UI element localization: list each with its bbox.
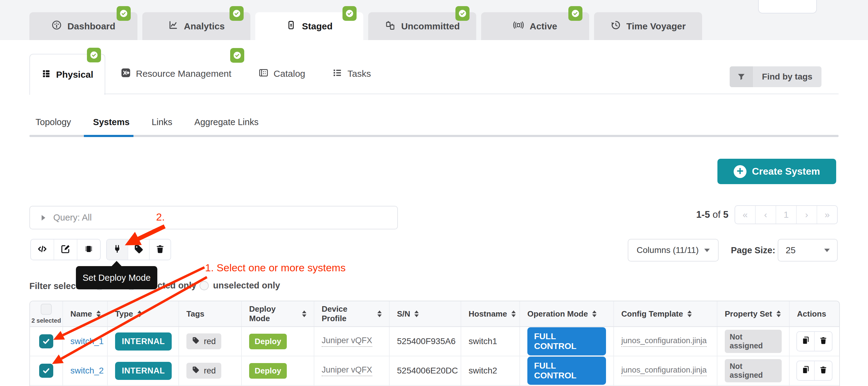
tab-label: Resource Management (136, 68, 231, 79)
config-template-link[interactable]: junos_configuration.jinja (621, 336, 707, 347)
graph-query-button[interactable] (31, 239, 54, 260)
sort-icon (137, 311, 142, 317)
delete-button[interactable] (150, 239, 170, 260)
sort-icon (512, 311, 516, 317)
system-name-link[interactable]: switch_1 (70, 336, 104, 346)
tab-analytics[interactable]: Analytics (142, 12, 250, 40)
column-header-name[interactable]: Name (63, 301, 108, 326)
trash-icon (819, 365, 828, 376)
tag-label: red (204, 366, 216, 376)
column-header-operation-mode[interactable]: Operation Mode (520, 301, 614, 326)
tab-label: Analytics (184, 21, 225, 32)
column-header-hostname[interactable]: Hostname (461, 301, 520, 326)
tab-time-voyager[interactable]: Time Voyager (594, 12, 702, 40)
committed-check-badge (230, 48, 244, 63)
column-header-deploy-mode[interactable]: Deploy Mode (242, 301, 314, 326)
tab-uncommitted[interactable]: Uncommitted (368, 12, 476, 40)
tab-label: Time Voyager (626, 21, 686, 32)
hostname-cell: switch2 (461, 356, 520, 385)
toolbar-group-1 (30, 239, 101, 260)
sort-icon (414, 311, 419, 317)
clone-button[interactable] (797, 361, 815, 380)
select-all-checkbox[interactable] (41, 304, 52, 315)
column-header-type[interactable]: Type (108, 301, 179, 326)
tab-links[interactable]: Links (150, 117, 174, 127)
manage-devices-button[interactable] (78, 239, 100, 260)
current-page-button[interactable]: 1 (776, 206, 797, 224)
set-deploy-mode-tooltip: Set Deploy Mode (76, 266, 157, 289)
selected-count: 2 selected (32, 317, 61, 324)
radio-unselected-only[interactable]: unselected only (199, 281, 280, 291)
tab-staged[interactable]: Staged (255, 12, 363, 40)
operation-mode-cell: FULL CONTROL (520, 327, 614, 356)
row-select-cell (30, 356, 63, 385)
find-by-tags-button[interactable]: Find by tags (730, 66, 822, 87)
tab-active[interactable]: Active (481, 12, 589, 40)
device-profile-link[interactable]: Juniper vQFX (322, 365, 372, 376)
tag-icon (192, 366, 199, 376)
trash-icon (155, 244, 165, 255)
column-header-config-template[interactable]: Config Template (614, 301, 717, 326)
first-page-button[interactable]: « (735, 206, 756, 224)
type-cell: INTERNAL (108, 327, 179, 356)
columns-dropdown[interactable]: Columns (11/11) (628, 239, 719, 261)
pager: « ‹ 1 › » (735, 205, 838, 224)
pagination-range: 1-5 of 5 (637, 209, 728, 220)
committed-check-badge (117, 6, 131, 21)
tab-label: Active (529, 21, 557, 32)
tab-dashboard[interactable]: Dashboard (29, 12, 137, 40)
set-deploy-mode-button[interactable] (107, 239, 128, 260)
blueprint-top-tabs: Dashboard Analytics Staged Uncommitted A… (29, 12, 702, 40)
active-icon (513, 20, 524, 33)
last-page-button[interactable]: » (817, 206, 837, 224)
column-header-sn[interactable]: S/N (390, 301, 461, 326)
chevron-down-icon (824, 249, 830, 252)
tab-catalog[interactable]: Catalog (258, 68, 305, 80)
column-header-property-set[interactable]: Property Set (717, 301, 789, 326)
prev-page-button[interactable]: ‹ (756, 206, 776, 224)
delete-row-button[interactable] (815, 361, 832, 380)
next-page-button[interactable]: › (797, 206, 817, 224)
tab-aggregate-links[interactable]: Aggregate Links (193, 117, 260, 127)
table-header-row: 2 selected Name Type Tags Deploy Mode De… (30, 301, 839, 327)
tab-topology[interactable]: Topology (34, 117, 72, 127)
page-size-dropdown[interactable]: 25 (778, 239, 838, 261)
hostname-cell: switch1 (461, 327, 520, 356)
row-checkbox-checked[interactable] (39, 364, 53, 378)
deploy-mode-cell: Deploy (242, 356, 314, 385)
tab-physical[interactable]: Physical (29, 54, 105, 95)
create-system-label: Create System (752, 166, 820, 177)
row-checkbox-checked[interactable] (39, 334, 53, 348)
tab-systems[interactable]: Systems (92, 117, 131, 127)
range-text: 1-5 (696, 209, 710, 220)
column-label: Tags (186, 309, 205, 319)
apply-tags-button[interactable] (128, 239, 150, 260)
tab-tasks[interactable]: Tasks (332, 68, 371, 80)
columns-label: Columns (11/11) (637, 245, 699, 255)
dashboard-icon (52, 20, 62, 32)
device-profile-cell: Juniper vQFX (314, 327, 390, 356)
section-tab-track (29, 135, 839, 137)
committed-check-badge (456, 6, 469, 21)
config-template-cell: junos_configuration.jinja (614, 356, 717, 385)
edit-button[interactable] (54, 239, 78, 260)
delete-row-button[interactable] (815, 332, 832, 351)
create-system-button[interactable]: + Create System (717, 159, 836, 184)
deploy-mode-badge: Deploy (249, 363, 287, 379)
query-input[interactable]: Query: All (29, 206, 398, 229)
system-name-link[interactable]: switch_2 (70, 366, 104, 376)
tab-resource-management[interactable]: Resource Management (121, 68, 231, 80)
clone-button[interactable] (797, 332, 815, 351)
committed-check-badge (568, 6, 583, 21)
column-header-device-profile[interactable]: Device Profile (314, 301, 390, 326)
config-template-cell: junos_configuration.jinja (614, 327, 717, 356)
radio-icon[interactable] (199, 281, 209, 290)
device-profile-link[interactable]: Juniper vQFX (322, 336, 372, 347)
actions-cell (789, 356, 839, 385)
tooltip-arrow (112, 261, 122, 266)
trash-icon (819, 336, 828, 347)
config-template-link[interactable]: junos_configuration.jinja (621, 365, 707, 376)
deploy-mode-cell: Deploy (242, 327, 314, 356)
funnel-icon (730, 66, 753, 87)
column-header-tags: Tags (179, 301, 242, 326)
